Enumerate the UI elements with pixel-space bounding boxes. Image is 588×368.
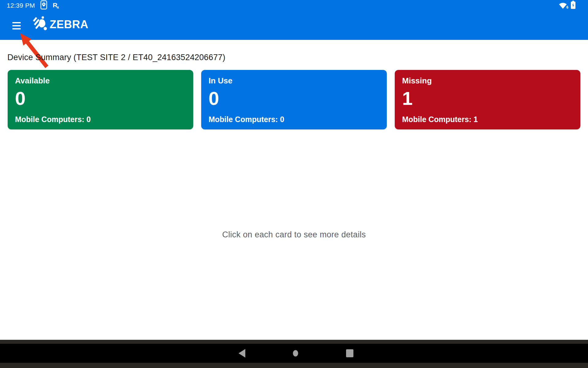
nav-top-strip — [0, 340, 588, 344]
zebra-head-icon — [32, 15, 48, 34]
card-available[interactable]: Available 0 Mobile Computers: 0 — [8, 70, 193, 129]
card-title: Missing — [402, 76, 432, 86]
nav-bottom-strip — [0, 363, 588, 368]
status-bar: 12:39 PM Rx 6 — [0, 0, 588, 11]
wifi-icon: 6 — [558, 2, 567, 9]
wifi-generation-label: 6 — [566, 5, 568, 10]
card-missing[interactable]: Missing 1 Mobile Computers: 1 — [395, 70, 580, 129]
recents-button[interactable] — [341, 344, 359, 363]
card-count: 0 — [209, 89, 219, 108]
system-nav-bar — [0, 344, 588, 363]
app-header: 12:39 PM Rx 6 — [0, 0, 588, 40]
card-in-use[interactable]: In Use 0 Mobile Computers: 0 — [201, 70, 387, 129]
card-subtext: Mobile Computers: 0 — [209, 115, 284, 124]
clock: 12:39 PM — [7, 2, 35, 9]
device-summary-screen: 12:39 PM Rx 6 — [0, 0, 588, 368]
status-bar-left: 12:39 PM Rx — [0, 0, 59, 11]
battery-charging-icon — [571, 1, 576, 10]
card-title: In Use — [209, 76, 232, 86]
device-location-icon — [40, 0, 47, 11]
zebra-logo: ZEBRA — [32, 15, 89, 34]
app-bar: ZEBRA — [0, 11, 588, 40]
brand-name: ZEBRA — [50, 18, 89, 31]
page-title: Device Summary (TEST SITE 2 / ET40_24163… — [7, 53, 225, 62]
card-count: 1 — [402, 89, 413, 108]
back-button[interactable] — [233, 344, 251, 363]
status-bar-right: 6 — [558, 1, 588, 10]
card-count: 0 — [15, 89, 25, 108]
card-title: Available — [15, 76, 50, 86]
menu-button[interactable] — [12, 22, 21, 29]
rx-icon: Rx — [53, 2, 59, 9]
hint-text: Click on each card to see more details — [0, 230, 588, 240]
card-subtext: Mobile Computers: 1 — [402, 115, 478, 124]
summary-cards: Available 0 Mobile Computers: 0 In Use 0… — [8, 70, 580, 129]
card-subtext: Mobile Computers: 0 — [15, 115, 91, 124]
home-button[interactable] — [286, 344, 305, 363]
